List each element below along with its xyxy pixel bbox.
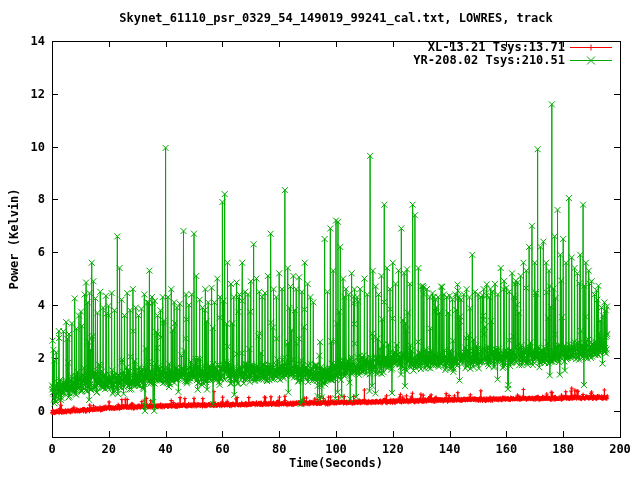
x-tick-label: 160 [482, 443, 530, 456]
x-tick-label: 120 [369, 443, 417, 456]
plot-canvas [0, 0, 640, 480]
y-tick-label: 2 [9, 352, 45, 365]
x-tick-label: 0 [28, 443, 76, 456]
x-tick-label: 140 [426, 443, 474, 456]
y-tick-label: 14 [9, 35, 45, 48]
legend-entry-yr: YR-208.02 Tsys:210.51 [413, 54, 565, 67]
x-tick-label: 40 [142, 443, 190, 456]
x-tick-label: 20 [85, 443, 133, 456]
y-tick-label: 10 [9, 141, 45, 154]
y-tick-label: 0 [9, 405, 45, 418]
chart-title: Skynet_61110_psr_0329_54_149019_99241_ca… [52, 12, 620, 25]
x-tick-label: 80 [255, 443, 303, 456]
x-axis-label: Time(Seconds) [52, 457, 620, 470]
x-tick-label: 180 [539, 443, 587, 456]
x-tick-label: 100 [312, 443, 360, 456]
y-tick-label: 6 [9, 246, 45, 259]
y-tick-label: 4 [9, 299, 45, 312]
x-tick-label: 200 [596, 443, 640, 456]
y-tick-label: 12 [9, 88, 45, 101]
y-tick-label: 8 [9, 193, 45, 206]
x-tick-label: 60 [198, 443, 246, 456]
gnuplot-chart: Skynet_61110_psr_0329_54_149019_99241_ca… [0, 0, 640, 480]
